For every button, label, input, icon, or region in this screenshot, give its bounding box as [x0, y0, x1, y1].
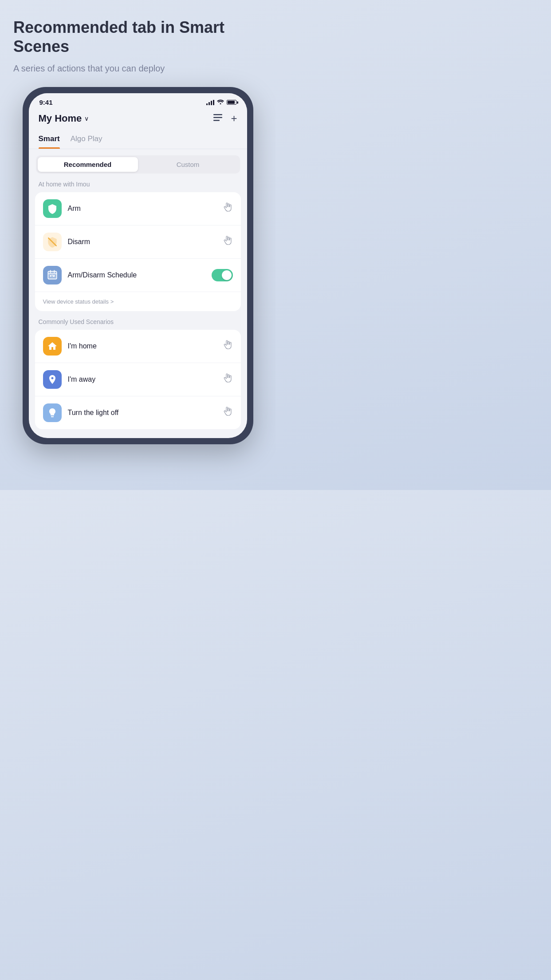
list-item-disarm[interactable]: Disarm: [35, 225, 241, 259]
list-item-im-away[interactable]: I'm away: [35, 363, 241, 396]
home-icon-wrap: [43, 337, 62, 356]
home-selector[interactable]: My Home ∨: [39, 113, 89, 124]
disarm-label: Disarm: [68, 238, 216, 246]
battery-icon: [227, 100, 236, 105]
sub-tab-custom[interactable]: Custom: [138, 157, 238, 172]
section-label-home: At home with Imou: [29, 174, 247, 192]
im-home-label: I'm home: [68, 342, 216, 350]
tab-smart[interactable]: Smart: [39, 130, 60, 149]
schedule-icon-wrap: [43, 266, 62, 285]
svg-rect-0: [213, 114, 222, 115]
tab-algo-play[interactable]: Algo Play: [71, 130, 102, 149]
svg-rect-2: [213, 120, 220, 121]
app-header: My Home ∨ +: [29, 110, 247, 130]
page-header: Recommended tab in Smart Scenes A series…: [13, 18, 262, 75]
light-off-tap-icon: [222, 406, 233, 419]
away-icon-wrap: [43, 370, 62, 389]
svg-rect-9: [50, 275, 51, 277]
phone-screen: 9:41: [29, 93, 247, 438]
im-away-tap-icon: [222, 373, 233, 386]
arm-tap-icon: [222, 202, 233, 215]
disarm-tap-icon: [222, 235, 233, 249]
toggle-knob: [222, 270, 232, 280]
sub-tab-bar: Recommended Custom: [36, 155, 240, 174]
arm-icon-wrap: [43, 199, 62, 218]
page-subtitle: A series of actions that you can deploy: [13, 62, 262, 75]
light-off-label: Turn the light off: [68, 409, 216, 417]
card-scenarios: I'm home: [35, 330, 241, 429]
schedule-toggle[interactable]: [212, 269, 233, 281]
section-label-scenarios: Commonly Used Scenarios: [29, 311, 247, 330]
arm-label: Arm: [68, 205, 216, 213]
status-icons: [206, 99, 236, 106]
light-icon-wrap: [43, 403, 62, 422]
im-away-label: I'm away: [68, 375, 216, 383]
card-home-with-imou: Arm: [35, 192, 241, 311]
phone-frame: 9:41: [23, 87, 253, 444]
sub-tab-recommended[interactable]: Recommended: [38, 157, 138, 172]
wifi-icon: [217, 99, 224, 106]
signal-icon: [206, 100, 214, 105]
status-time: 9:41: [39, 99, 53, 106]
list-icon[interactable]: [213, 113, 223, 124]
list-item-im-home[interactable]: I'm home: [35, 330, 241, 363]
list-item-schedule[interactable]: Arm/Disarm Schedule: [35, 259, 241, 292]
status-bar: 9:41: [29, 93, 247, 110]
page-container: Recommended tab in Smart Scenes A series…: [13, 18, 262, 444]
chevron-down-icon: ∨: [84, 115, 89, 122]
tab-bar: Smart Algo Play: [29, 130, 247, 149]
list-item-light-off[interactable]: Turn the light off: [35, 396, 241, 429]
disarm-icon-wrap: [43, 233, 62, 251]
header-actions: +: [213, 112, 237, 125]
view-device-status-link[interactable]: View device status details >: [35, 292, 241, 311]
im-home-tap-icon: [222, 340, 233, 353]
home-title: My Home: [39, 113, 82, 124]
list-item-arm[interactable]: Arm: [35, 192, 241, 225]
svg-rect-1: [213, 117, 222, 118]
content-area: At home with Imou Arm: [29, 174, 247, 438]
schedule-label: Arm/Disarm Schedule: [68, 271, 205, 279]
plus-icon[interactable]: +: [231, 112, 237, 125]
svg-rect-10: [53, 275, 55, 277]
page-title: Recommended tab in Smart Scenes: [13, 18, 262, 56]
